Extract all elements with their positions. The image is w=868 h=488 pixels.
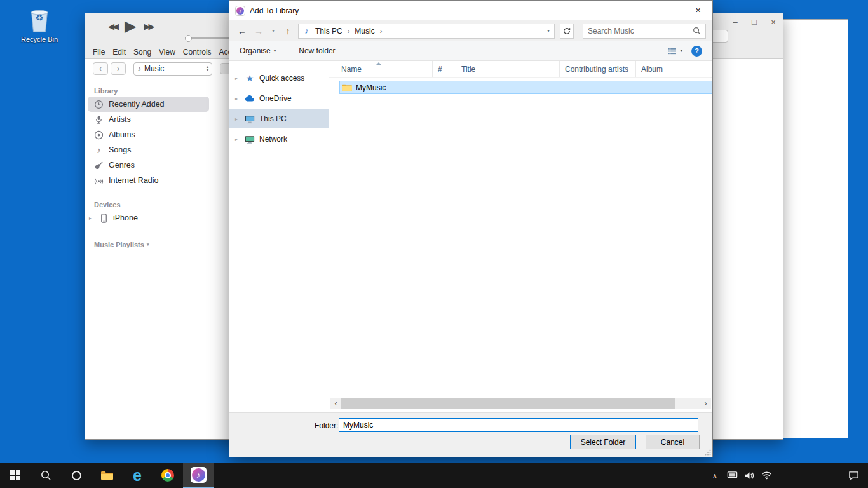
- recycle-bin-label: Recycle Bin: [20, 36, 58, 43]
- menu-view[interactable]: View: [159, 48, 175, 57]
- chrome-button[interactable]: [153, 463, 183, 488]
- menu-file[interactable]: File: [93, 48, 105, 57]
- cortana-button[interactable]: [61, 463, 92, 488]
- fast-forward-button[interactable]: ▶▶: [144, 22, 153, 31]
- breadcrumb-this-pc[interactable]: This PC: [313, 27, 344, 36]
- file-name: MyMusic: [356, 83, 386, 92]
- windows-logo-icon: [10, 470, 20, 480]
- horizontal-scrollbar[interactable]: ‹ ›: [330, 398, 711, 409]
- column-header-album[interactable]: Album: [636, 61, 712, 77]
- network-wifi-icon[interactable]: [761, 471, 772, 480]
- svg-text:♪: ♪: [239, 8, 241, 14]
- itunes-forward-button[interactable]: ›: [111, 62, 126, 75]
- volume-slider[interactable]: [186, 37, 231, 39]
- sidebar-item-artists[interactable]: Artists: [85, 112, 212, 127]
- itunes-app-icon: ♪: [235, 6, 245, 16]
- recycle-bin-shortcut[interactable]: ♻ Recycle Bin: [20, 6, 58, 43]
- play-button[interactable]: ▶: [125, 18, 136, 34]
- resize-grip[interactable]: [705, 449, 711, 456]
- expander-icon[interactable]: ▸: [89, 215, 95, 221]
- recent-locations-dropdown[interactable]: ▾: [269, 28, 278, 34]
- sidebar-item-genres[interactable]: Genres: [85, 158, 212, 173]
- edge-button[interactable]: e: [122, 463, 153, 488]
- action-center-button[interactable]: [848, 471, 859, 480]
- sidebar-item-albums[interactable]: Albums: [85, 127, 212, 142]
- start-button[interactable]: [0, 463, 31, 488]
- media-kind-label: Music: [144, 64, 203, 73]
- refresh-icon: [563, 27, 571, 35]
- new-folder-button[interactable]: New folder: [299, 46, 335, 55]
- help-button[interactable]: ?: [691, 46, 702, 57]
- sidebar-item-this-pc[interactable]: ▸ This PC: [229, 109, 329, 128]
- microphone-icon: [94, 115, 104, 125]
- playlists-section-header[interactable]: Music Playlists ▾: [94, 241, 212, 248]
- volume-icon[interactable]: [744, 471, 755, 480]
- menu-controls[interactable]: Controls: [183, 48, 212, 57]
- breadcrumb-chevron-icon[interactable]: ›: [379, 27, 384, 35]
- nav-up-button[interactable]: ↑: [281, 26, 294, 36]
- cancel-button[interactable]: Cancel: [646, 435, 700, 449]
- expander-icon[interactable]: ▸: [235, 96, 238, 102]
- address-dropdown-icon[interactable]: ▾: [547, 28, 551, 34]
- itunes-taskbar-button[interactable]: ♪: [183, 463, 214, 488]
- column-header-number[interactable]: #: [433, 61, 456, 77]
- media-kind-selector[interactable]: ♪ Music ▴▾: [133, 62, 212, 76]
- sidebar-item-onedrive[interactable]: ▸ OneDrive: [229, 89, 329, 108]
- organise-menu-button[interactable]: Organise ▾: [240, 46, 276, 55]
- breadcrumb-music[interactable]: Music: [353, 27, 376, 36]
- sidebar-item-internet-radio[interactable]: Internet Radio: [85, 173, 212, 188]
- search-box[interactable]: [583, 24, 706, 39]
- column-header-name[interactable]: Name: [329, 61, 433, 77]
- itunes-back-button[interactable]: ‹: [93, 62, 108, 75]
- menu-song[interactable]: Song: [133, 48, 151, 57]
- minimize-button[interactable]: –: [731, 17, 740, 27]
- dialog-close-button[interactable]: ×: [684, 1, 712, 20]
- address-bar[interactable]: ♪ This PC › Music › ▾: [298, 24, 555, 39]
- music-note-icon: ♪: [94, 146, 104, 155]
- system-tray: ∧: [709, 463, 868, 488]
- chevron-down-icon: ▾: [274, 48, 276, 53]
- expander-icon[interactable]: ▸: [235, 76, 238, 81]
- breadcrumb-chevron-icon[interactable]: ›: [346, 27, 351, 35]
- file-explorer-button[interactable]: [92, 463, 122, 488]
- dialog-titlebar[interactable]: ♪ Add To Library ×: [229, 1, 712, 20]
- sidebar-item-iphone[interactable]: ▸ iPhone: [85, 210, 212, 226]
- sidebar-item-songs[interactable]: ♪ Songs: [85, 142, 212, 158]
- folder-name-input[interactable]: [339, 418, 698, 432]
- volume-knob[interactable]: [185, 35, 192, 42]
- refresh-button[interactable]: [560, 24, 574, 39]
- taskbar-search-button[interactable]: [31, 463, 61, 488]
- nav-back-button[interactable]: ←: [236, 26, 248, 36]
- search-icon: [40, 470, 51, 481]
- sidebar-item-recently-added[interactable]: Recently Added: [88, 97, 209, 112]
- scroll-right-arrow[interactable]: ›: [700, 398, 711, 409]
- sidebar-item-quick-access[interactable]: ▸ ★ Quick access: [229, 69, 329, 88]
- display-icon[interactable]: [727, 471, 738, 480]
- rewind-button[interactable]: ◀◀: [108, 22, 117, 31]
- search-input[interactable]: [588, 27, 689, 36]
- itunes-icon: ♪: [191, 467, 207, 483]
- details-view-icon: [667, 47, 677, 55]
- column-header-title[interactable]: Title: [456, 61, 560, 77]
- expander-icon[interactable]: ▸: [235, 137, 238, 142]
- scrollbar-thumb[interactable]: [341, 398, 675, 409]
- chevron-down-icon: ▾: [680, 48, 682, 53]
- change-view-button[interactable]: ▾: [667, 47, 682, 55]
- recycle-bin-icon: ♻: [25, 6, 53, 34]
- menu-edit[interactable]: Edit: [112, 48, 126, 57]
- expander-icon[interactable]: ▸: [235, 116, 238, 122]
- nav-forward-button[interactable]: →: [252, 26, 265, 36]
- maximize-button[interactable]: □: [750, 17, 759, 27]
- radio-waves-icon: [94, 176, 104, 186]
- sidebar-item-network[interactable]: ▸ Network: [229, 130, 329, 149]
- scrollbar-track[interactable]: [341, 398, 700, 409]
- show-hidden-icons-button[interactable]: ∧: [709, 472, 721, 479]
- dialog-content: ▸ ★ Quick access ▸ OneDrive ▸ This PC ▸: [229, 61, 712, 412]
- close-button[interactable]: ×: [769, 17, 778, 27]
- file-row-mymusic[interactable]: MyMusic: [339, 81, 712, 94]
- column-header-contributing-artists[interactable]: Contributing artists: [560, 61, 636, 77]
- iphone-icon: [100, 214, 108, 223]
- edge-icon: e: [133, 468, 142, 484]
- scroll-left-arrow[interactable]: ‹: [330, 398, 341, 409]
- select-folder-button[interactable]: Select Folder: [570, 435, 636, 449]
